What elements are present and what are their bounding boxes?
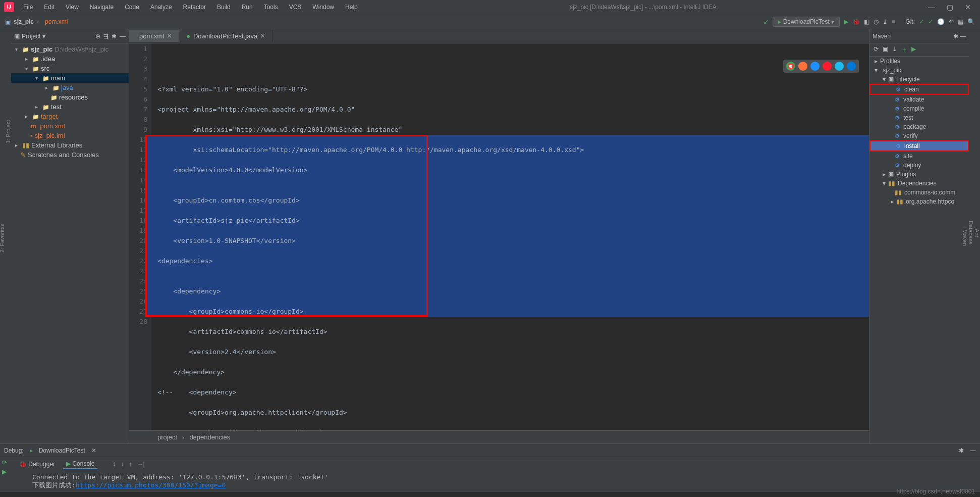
gear-icon[interactable]: ✱ [112,33,117,40]
code-editor[interactable]: 1234567891011121314151617181920212223242… [129,43,869,430]
rerun-icon[interactable]: ⟳ [2,459,10,466]
console-output[interactable]: Connected to the target VM, address: '12… [12,471,980,492]
profiles-node[interactable]: Profiles [880,58,900,65]
coverage-button[interactable]: ◧ [864,18,869,25]
tree-scratches[interactable]: Scratches and Consoles [28,151,99,159]
close-icon[interactable]: ✕ [167,33,172,39]
chevron-down-icon[interactable]: ▾ [42,33,45,40]
console-tab[interactable]: ▶ Console [63,459,97,469]
hide-icon[interactable]: — [120,33,126,40]
debug-button[interactable]: 🐞 [852,18,860,25]
tree-pom[interactable]: pom.xml [40,122,65,130]
step-into-icon[interactable]: ↓ [121,461,124,468]
select-opened-file-icon[interactable]: ⊕ [95,33,100,40]
lifecycle-node[interactable]: Lifecycle [896,76,920,83]
tree-resources[interactable]: resources [50,93,88,101]
goal-verify[interactable]: verify [903,132,918,139]
menu-run[interactable]: Run [237,2,258,13]
ie-icon[interactable] [835,62,844,71]
tree-main[interactable]: main [42,74,65,82]
debug-conf-name[interactable]: DownloadPicTest [39,447,85,454]
goal-compile[interactable]: compile [903,105,924,112]
bread-dependencies[interactable]: dependencies [189,433,230,441]
menu-tools[interactable]: Tools [259,2,283,13]
tree-root[interactable]: sjz_pic [22,45,52,53]
gear-icon[interactable]: ✱ [953,33,958,40]
expand-all-icon[interactable]: ⇶ [103,33,108,40]
reimport-icon[interactable]: ⟳ [874,45,879,54]
goal-package[interactable]: package [903,123,926,130]
menu-edit[interactable]: Edit [39,2,60,13]
goal-test[interactable]: test [903,114,913,121]
dependencies-node[interactable]: Dependencies [898,180,937,187]
download-icon[interactable]: ⤓ [892,45,897,54]
attach-button[interactable]: ⤓ [883,18,888,25]
menu-vcs[interactable]: VCS [284,2,307,13]
dep-httpcomponents[interactable]: org.apache.httpco [906,198,954,205]
git-history-icon[interactable]: 🕓 [937,18,945,25]
menu-analyze[interactable]: Analyze [145,2,177,13]
breadcrumb-file[interactable]: pom.xml [45,18,68,25]
right-edge-database[interactable]: Database [968,32,974,433]
left-edge-favorites[interactable]: 2: Favorites [0,32,5,443]
opera-icon[interactable] [823,62,832,71]
left-edge-project[interactable]: 1: Project [5,32,11,231]
dep-commons-io[interactable]: commons-io:comm [904,189,955,196]
git-update-icon[interactable]: ✓ [919,18,924,25]
tree-src[interactable]: src [32,65,49,72]
stop-button[interactable]: ■ [892,18,895,25]
safari-icon[interactable] [810,62,820,71]
git-commit-icon[interactable]: ✓ [928,18,933,25]
menu-file[interactable]: File [18,2,38,13]
menu-build[interactable]: Build [212,2,236,13]
goal-deploy[interactable]: deploy [903,162,921,169]
maven-project-node[interactable]: sjz_pic [883,67,901,74]
close-icon[interactable]: ✕ [260,33,265,39]
window-minimize-button[interactable]: — [923,3,940,11]
run-config-selector[interactable]: ▸ DownloadPicTest ▾ [773,17,840,27]
menu-view[interactable]: View [61,2,84,13]
step-over-icon[interactable]: ⤵ [113,461,116,468]
goal-clean[interactable]: clean [904,86,919,93]
menu-refactor[interactable]: Refactor [178,2,211,13]
step-out-icon[interactable]: ↑ [129,461,132,468]
menu-navigate[interactable]: Navigate [85,2,119,13]
plugins-node[interactable]: Plugins [896,171,916,178]
gear-icon[interactable]: ✱ [959,447,964,454]
menu-code[interactable]: Code [120,2,144,13]
maven-tree[interactable]: ▸Profiles ▾sjz_pic ▾▣Lifecycle clean val… [869,57,969,206]
menu-help[interactable]: Help [340,2,363,13]
menu-window[interactable]: Window [307,2,339,13]
build-icon[interactable]: ↙ [764,18,769,25]
tab-download-test[interactable]: ●DownloadPicTest.java✕ [179,30,273,42]
edge-icon[interactable] [847,62,856,71]
tree-iml[interactable]: sjz_pic.iml [35,132,65,139]
editor-content[interactable]: <?xml version="1.0" encoding="UTF-8"?> <… [151,43,869,430]
goal-install[interactable]: install [904,142,920,150]
firefox-icon[interactable] [798,62,807,71]
tab-pom[interactable]: pom.xml✕ [129,30,179,42]
resume-icon[interactable]: ▶ [2,468,10,475]
search-everywhere-icon[interactable]: 🔍 [967,18,975,25]
breadcrumb-project[interactable]: sjz_pic [14,18,34,25]
window-close-button[interactable]: ✕ [960,3,976,11]
add-icon[interactable]: ＋ [901,45,907,54]
tree-external-libs[interactable]: External Libraries [31,141,82,149]
window-maximize-button[interactable]: ▢ [942,3,958,11]
chrome-icon[interactable] [786,62,795,71]
run-button[interactable]: ▶ [844,18,848,25]
git-revert-icon[interactable]: ↶ [949,18,954,25]
close-icon[interactable]: ✕ [91,447,96,454]
run-to-cursor-icon[interactable]: →| [137,461,144,468]
console-link[interactable]: https://picsum.photos/300/150/?image=0 [76,481,226,489]
project-tree[interactable]: ▾sjz_pic D:\ideaWsf\sjz_pic ▸.idea ▾src … [11,43,129,161]
generate-sources-icon[interactable]: ▣ [883,45,888,54]
debugger-tab[interactable]: 🐞 Debugger [16,460,58,469]
ide-settings-icon[interactable]: ▦ [958,18,963,25]
profiler-button[interactable]: ◷ [874,18,879,25]
bread-project[interactable]: project [157,433,177,441]
right-edge-ant[interactable]: Ant [974,32,980,433]
tree-java[interactable]: java [52,84,73,91]
right-edge-maven[interactable]: Maven [962,32,968,443]
run-maven-icon[interactable]: ▶ [911,45,916,54]
